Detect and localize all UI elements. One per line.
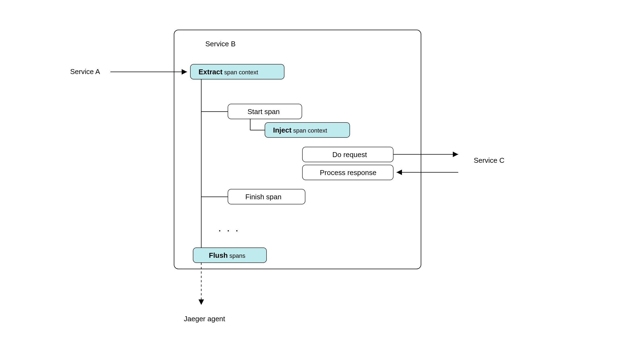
service-c-label: Service C [474, 156, 504, 164]
node-do-request: Do request [302, 147, 393, 162]
svg-text:Process response: Process response [320, 168, 376, 177]
svg-text:Finish span: Finish span [245, 193, 281, 201]
svg-text:Inject span context: Inject span context [273, 126, 327, 134]
svg-text:Flush spans: Flush spans [209, 251, 245, 259]
service-a-label: Service A [70, 68, 100, 76]
svg-text:Extract span context: Extract span context [199, 68, 258, 76]
jaeger-agent-label: Jaeger agent [184, 315, 225, 323]
svg-text:Do request: Do request [332, 151, 367, 159]
node-flush: Flush spans [193, 248, 267, 263]
node-process-response: Process response [302, 165, 393, 180]
ellipsis: . . . [219, 225, 240, 233]
node-inject: Inject span context [265, 122, 350, 137]
svg-text:Start span: Start span [247, 108, 280, 116]
node-extract: Extract span context [190, 64, 284, 79]
node-start-span: Start span [228, 104, 302, 119]
service-b-title: Service B [205, 40, 236, 48]
node-finish-span: Finish span [228, 189, 305, 204]
